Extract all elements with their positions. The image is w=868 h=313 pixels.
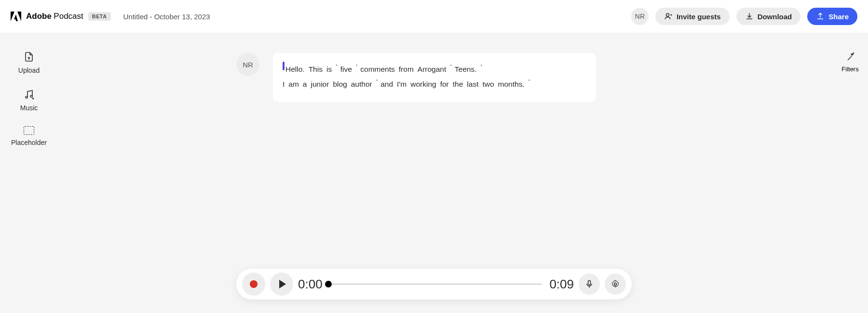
transcript-word[interactable]: two xyxy=(482,77,494,91)
svg-point-1 xyxy=(26,96,27,98)
share-label: Share xyxy=(828,13,849,21)
svg-point-3 xyxy=(852,54,853,55)
svg-point-0 xyxy=(666,13,669,16)
user-avatar[interactable]: NR xyxy=(631,8,649,25)
sidebar-item-music[interactable]: Music xyxy=(20,89,38,112)
transcript-word[interactable]: I'm xyxy=(397,77,407,91)
play-button[interactable] xyxy=(270,273,293,296)
music-icon xyxy=(23,89,35,100)
transcript-word[interactable]: is xyxy=(326,62,332,77)
transcript-word[interactable]: I xyxy=(283,77,285,91)
header-right: NR Invite guests Download Share xyxy=(631,8,857,25)
transcript-word[interactable]: from xyxy=(399,62,414,77)
sidebar-item-label: Upload xyxy=(18,66,40,74)
transcript-word[interactable]: junior xyxy=(311,77,329,91)
transcript-word[interactable]: working xyxy=(410,77,436,91)
transcript-word[interactable]: am xyxy=(288,77,299,91)
player-bar: 0:00 0:09 xyxy=(236,269,632,300)
app-header: Adobe Podcast BETA Untitled - October 13… xyxy=(0,0,868,33)
upload-icon xyxy=(23,51,35,63)
share-button[interactable]: Share xyxy=(807,8,857,25)
app-logo: Adobe Podcast BETA xyxy=(11,12,111,21)
left-sidebar: Upload Music Placeholder xyxy=(0,33,58,313)
transcript-word[interactable]: a xyxy=(303,77,307,91)
total-time: 0:09 xyxy=(549,277,574,292)
pause-dot: • xyxy=(336,61,338,76)
svg-rect-5 xyxy=(588,281,591,285)
sidebar-item-placeholder[interactable]: Placeholder xyxy=(11,126,47,146)
progress-track[interactable] xyxy=(328,284,542,285)
beta-badge: BETA xyxy=(88,12,111,21)
transcript-row: NR Hello.Thisis•five•commentsfromArrogan… xyxy=(236,53,832,102)
transcript-word[interactable]: Hello. xyxy=(285,62,305,77)
sidebar-item-label: Music xyxy=(20,104,38,112)
speaker-avatar[interactable]: NR xyxy=(236,53,259,76)
transcript-word[interactable]: for xyxy=(440,77,449,91)
transcript-word[interactable]: Arrogant xyxy=(418,62,446,77)
pause-dot: • xyxy=(376,76,378,91)
transcript-word[interactable]: This xyxy=(309,62,323,77)
pause-dot: • xyxy=(450,61,452,76)
download-label: Download xyxy=(758,13,792,21)
record-button[interactable] xyxy=(242,273,265,296)
header-left: Adobe Podcast BETA Untitled - October 13… xyxy=(11,12,210,21)
transcript-word[interactable]: and xyxy=(380,77,393,91)
svg-point-4 xyxy=(853,53,854,53)
invite-label: Invite guests xyxy=(677,13,721,21)
transcript-word[interactable]: last xyxy=(467,77,478,91)
sidebar-item-upload[interactable]: Upload xyxy=(18,51,40,74)
mic-button[interactable] xyxy=(579,274,600,295)
mic-icon xyxy=(584,279,594,289)
placeholder-icon xyxy=(24,126,34,135)
text-cursor xyxy=(283,62,285,70)
invite-guests-button[interactable]: Invite guests xyxy=(655,8,730,25)
record-icon xyxy=(250,280,258,288)
share-icon xyxy=(816,12,825,21)
download-button[interactable]: Download xyxy=(736,8,801,25)
svg-point-6 xyxy=(614,283,617,286)
product-name: Podcast xyxy=(54,12,83,21)
filters-button[interactable]: Filters xyxy=(841,52,858,73)
project-title[interactable]: Untitled - October 13, 2023 xyxy=(123,13,210,21)
progress-handle[interactable] xyxy=(325,281,332,287)
transcript-card[interactable]: Hello.Thisis•five•commentsfromArrogant•T… xyxy=(273,53,596,102)
pause-dot: • xyxy=(480,61,482,76)
filters-label: Filters xyxy=(841,65,858,73)
transcript-word[interactable]: comments xyxy=(360,62,395,77)
transcript-word[interactable]: five xyxy=(340,62,352,77)
settings-button[interactable] xyxy=(605,274,626,295)
main-area: Upload Music Placeholder NR Hello.Thisis… xyxy=(0,33,868,313)
filters-icon xyxy=(845,52,855,62)
transcript-word[interactable]: Teens. xyxy=(455,62,477,77)
transcript-word[interactable]: blog xyxy=(333,77,347,91)
adobe-logo-icon xyxy=(11,12,21,21)
brand-name: Adobe xyxy=(26,12,52,21)
svg-point-2 xyxy=(30,95,32,97)
pause-dot: • xyxy=(529,76,530,91)
gear-icon xyxy=(610,279,620,289)
current-time: 0:00 xyxy=(298,277,323,292)
play-icon xyxy=(279,280,286,288)
invite-icon xyxy=(664,12,673,21)
pause-dot: • xyxy=(356,61,358,76)
download-icon xyxy=(745,12,754,21)
sidebar-item-label: Placeholder xyxy=(11,139,47,146)
right-sidebar: Filters xyxy=(832,33,868,313)
transcript-word[interactable]: author xyxy=(351,77,372,91)
transcript-word[interactable]: months. xyxy=(498,77,525,91)
transcript-word[interactable]: the xyxy=(453,77,463,91)
